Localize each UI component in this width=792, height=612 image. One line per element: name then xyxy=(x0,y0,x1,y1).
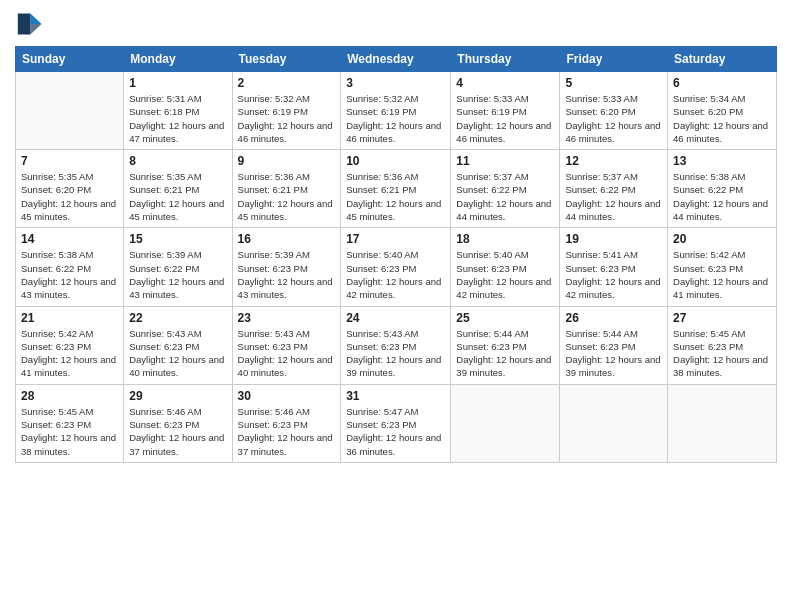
day-info: Sunrise: 5:44 AM Sunset: 6:23 PM Dayligh… xyxy=(456,327,554,380)
day-number: 13 xyxy=(673,154,771,168)
day-info: Sunrise: 5:45 AM Sunset: 6:23 PM Dayligh… xyxy=(673,327,771,380)
day-number: 11 xyxy=(456,154,554,168)
day-cell: 28Sunrise: 5:45 AM Sunset: 6:23 PM Dayli… xyxy=(16,384,124,462)
day-cell: 25Sunrise: 5:44 AM Sunset: 6:23 PM Dayli… xyxy=(451,306,560,384)
day-cell: 10Sunrise: 5:36 AM Sunset: 6:21 PM Dayli… xyxy=(341,150,451,228)
day-info: Sunrise: 5:32 AM Sunset: 6:19 PM Dayligh… xyxy=(346,92,445,145)
day-number: 27 xyxy=(673,311,771,325)
header-sunday: Sunday xyxy=(16,47,124,72)
page: SundayMondayTuesdayWednesdayThursdayFrid… xyxy=(0,0,792,612)
day-number: 26 xyxy=(565,311,662,325)
day-info: Sunrise: 5:34 AM Sunset: 6:20 PM Dayligh… xyxy=(673,92,771,145)
day-info: Sunrise: 5:35 AM Sunset: 6:20 PM Dayligh… xyxy=(21,170,118,223)
day-number: 15 xyxy=(129,232,226,246)
day-info: Sunrise: 5:37 AM Sunset: 6:22 PM Dayligh… xyxy=(456,170,554,223)
day-cell: 13Sunrise: 5:38 AM Sunset: 6:22 PM Dayli… xyxy=(668,150,777,228)
day-cell: 12Sunrise: 5:37 AM Sunset: 6:22 PM Dayli… xyxy=(560,150,668,228)
day-cell: 2Sunrise: 5:32 AM Sunset: 6:19 PM Daylig… xyxy=(232,72,341,150)
day-cell: 23Sunrise: 5:43 AM Sunset: 6:23 PM Dayli… xyxy=(232,306,341,384)
day-cell: 15Sunrise: 5:39 AM Sunset: 6:22 PM Dayli… xyxy=(124,228,232,306)
day-cell xyxy=(560,384,668,462)
day-cell: 3Sunrise: 5:32 AM Sunset: 6:19 PM Daylig… xyxy=(341,72,451,150)
day-cell: 6Sunrise: 5:34 AM Sunset: 6:20 PM Daylig… xyxy=(668,72,777,150)
day-number: 28 xyxy=(21,389,118,403)
day-info: Sunrise: 5:33 AM Sunset: 6:20 PM Dayligh… xyxy=(565,92,662,145)
day-info: Sunrise: 5:45 AM Sunset: 6:23 PM Dayligh… xyxy=(21,405,118,458)
week-row-2: 14Sunrise: 5:38 AM Sunset: 6:22 PM Dayli… xyxy=(16,228,777,306)
day-info: Sunrise: 5:36 AM Sunset: 6:21 PM Dayligh… xyxy=(238,170,336,223)
day-number: 14 xyxy=(21,232,118,246)
header-monday: Monday xyxy=(124,47,232,72)
header-tuesday: Tuesday xyxy=(232,47,341,72)
day-number: 16 xyxy=(238,232,336,246)
day-number: 25 xyxy=(456,311,554,325)
day-cell: 20Sunrise: 5:42 AM Sunset: 6:23 PM Dayli… xyxy=(668,228,777,306)
day-cell xyxy=(451,384,560,462)
day-cell: 21Sunrise: 5:42 AM Sunset: 6:23 PM Dayli… xyxy=(16,306,124,384)
day-cell: 29Sunrise: 5:46 AM Sunset: 6:23 PM Dayli… xyxy=(124,384,232,462)
day-number: 31 xyxy=(346,389,445,403)
day-number: 2 xyxy=(238,76,336,90)
day-cell: 7Sunrise: 5:35 AM Sunset: 6:20 PM Daylig… xyxy=(16,150,124,228)
day-cell: 16Sunrise: 5:39 AM Sunset: 6:23 PM Dayli… xyxy=(232,228,341,306)
day-number: 21 xyxy=(21,311,118,325)
day-cell: 14Sunrise: 5:38 AM Sunset: 6:22 PM Dayli… xyxy=(16,228,124,306)
header xyxy=(15,10,777,38)
day-number: 17 xyxy=(346,232,445,246)
day-info: Sunrise: 5:31 AM Sunset: 6:18 PM Dayligh… xyxy=(129,92,226,145)
week-row-4: 28Sunrise: 5:45 AM Sunset: 6:23 PM Dayli… xyxy=(16,384,777,462)
calendar-header-row: SundayMondayTuesdayWednesdayThursdayFrid… xyxy=(16,47,777,72)
day-cell: 18Sunrise: 5:40 AM Sunset: 6:23 PM Dayli… xyxy=(451,228,560,306)
day-info: Sunrise: 5:38 AM Sunset: 6:22 PM Dayligh… xyxy=(673,170,771,223)
day-info: Sunrise: 5:44 AM Sunset: 6:23 PM Dayligh… xyxy=(565,327,662,380)
day-number: 12 xyxy=(565,154,662,168)
day-cell: 11Sunrise: 5:37 AM Sunset: 6:22 PM Dayli… xyxy=(451,150,560,228)
day-number: 3 xyxy=(346,76,445,90)
day-number: 4 xyxy=(456,76,554,90)
day-number: 10 xyxy=(346,154,445,168)
day-cell: 22Sunrise: 5:43 AM Sunset: 6:23 PM Dayli… xyxy=(124,306,232,384)
week-row-1: 7Sunrise: 5:35 AM Sunset: 6:20 PM Daylig… xyxy=(16,150,777,228)
week-row-3: 21Sunrise: 5:42 AM Sunset: 6:23 PM Dayli… xyxy=(16,306,777,384)
day-cell: 19Sunrise: 5:41 AM Sunset: 6:23 PM Dayli… xyxy=(560,228,668,306)
day-number: 22 xyxy=(129,311,226,325)
day-info: Sunrise: 5:32 AM Sunset: 6:19 PM Dayligh… xyxy=(238,92,336,145)
day-info: Sunrise: 5:35 AM Sunset: 6:21 PM Dayligh… xyxy=(129,170,226,223)
day-cell: 4Sunrise: 5:33 AM Sunset: 6:19 PM Daylig… xyxy=(451,72,560,150)
day-info: Sunrise: 5:41 AM Sunset: 6:23 PM Dayligh… xyxy=(565,248,662,301)
day-number: 1 xyxy=(129,76,226,90)
header-thursday: Thursday xyxy=(451,47,560,72)
day-number: 19 xyxy=(565,232,662,246)
day-info: Sunrise: 5:38 AM Sunset: 6:22 PM Dayligh… xyxy=(21,248,118,301)
calendar-table: SundayMondayTuesdayWednesdayThursdayFrid… xyxy=(15,46,777,463)
day-info: Sunrise: 5:37 AM Sunset: 6:22 PM Dayligh… xyxy=(565,170,662,223)
day-number: 29 xyxy=(129,389,226,403)
day-info: Sunrise: 5:39 AM Sunset: 6:23 PM Dayligh… xyxy=(238,248,336,301)
day-info: Sunrise: 5:43 AM Sunset: 6:23 PM Dayligh… xyxy=(238,327,336,380)
day-info: Sunrise: 5:43 AM Sunset: 6:23 PM Dayligh… xyxy=(346,327,445,380)
day-cell: 8Sunrise: 5:35 AM Sunset: 6:21 PM Daylig… xyxy=(124,150,232,228)
day-info: Sunrise: 5:40 AM Sunset: 6:23 PM Dayligh… xyxy=(346,248,445,301)
day-number: 5 xyxy=(565,76,662,90)
day-cell: 31Sunrise: 5:47 AM Sunset: 6:23 PM Dayli… xyxy=(341,384,451,462)
svg-marker-0 xyxy=(30,14,41,25)
day-cell: 1Sunrise: 5:31 AM Sunset: 6:18 PM Daylig… xyxy=(124,72,232,150)
day-cell: 17Sunrise: 5:40 AM Sunset: 6:23 PM Dayli… xyxy=(341,228,451,306)
logo-icon xyxy=(15,10,43,38)
day-cell xyxy=(668,384,777,462)
day-number: 23 xyxy=(238,311,336,325)
day-info: Sunrise: 5:43 AM Sunset: 6:23 PM Dayligh… xyxy=(129,327,226,380)
day-number: 8 xyxy=(129,154,226,168)
day-cell: 27Sunrise: 5:45 AM Sunset: 6:23 PM Dayli… xyxy=(668,306,777,384)
day-info: Sunrise: 5:46 AM Sunset: 6:23 PM Dayligh… xyxy=(238,405,336,458)
svg-rect-2 xyxy=(18,14,31,35)
day-cell: 26Sunrise: 5:44 AM Sunset: 6:23 PM Dayli… xyxy=(560,306,668,384)
day-number: 30 xyxy=(238,389,336,403)
day-number: 6 xyxy=(673,76,771,90)
day-info: Sunrise: 5:40 AM Sunset: 6:23 PM Dayligh… xyxy=(456,248,554,301)
day-info: Sunrise: 5:42 AM Sunset: 6:23 PM Dayligh… xyxy=(21,327,118,380)
header-wednesday: Wednesday xyxy=(341,47,451,72)
day-info: Sunrise: 5:36 AM Sunset: 6:21 PM Dayligh… xyxy=(346,170,445,223)
header-friday: Friday xyxy=(560,47,668,72)
header-saturday: Saturday xyxy=(668,47,777,72)
